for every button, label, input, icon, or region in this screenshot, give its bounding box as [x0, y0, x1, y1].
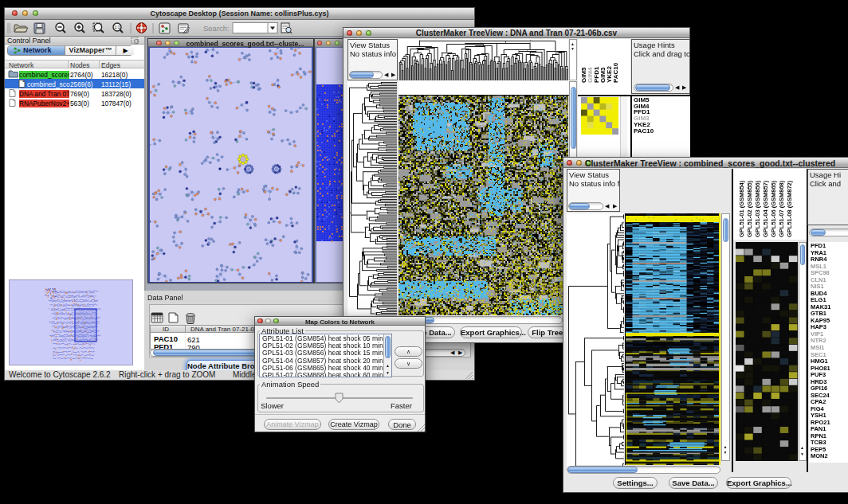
svg-text:1:1: 1:1 [115, 25, 120, 29]
svg-text:Search:: Search: [203, 24, 230, 33]
